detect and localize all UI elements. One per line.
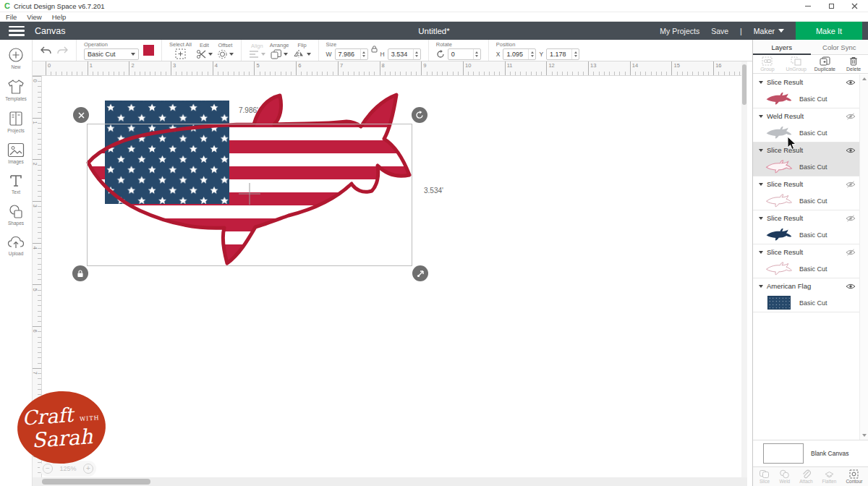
chevron-down-icon <box>131 53 135 56</box>
scroll-down-icon[interactable] <box>862 434 867 437</box>
eye-icon[interactable] <box>846 79 856 86</box>
rotate-field[interactable]: 0 <box>448 48 481 60</box>
layer-row[interactable]: Slice Result Basic Cut <box>753 244 860 278</box>
operation-select[interactable]: Basic Cut <box>84 48 139 60</box>
width-stepper[interactable] <box>360 49 367 59</box>
menu-help[interactable]: Help <box>52 13 67 21</box>
align-icon[interactable] <box>249 50 265 59</box>
color-swatch[interactable] <box>143 45 154 56</box>
redo-icon[interactable] <box>56 46 69 56</box>
close-icon[interactable] <box>851 2 858 9</box>
sidebar-item-shapes[interactable]: Shapes <box>8 204 24 226</box>
tab-color-sync[interactable]: Color Sync <box>811 40 868 54</box>
save-link[interactable]: Save <box>711 27 728 35</box>
sidebar-item-projects[interactable]: Projects <box>7 111 24 133</box>
layer-sublayer[interactable]: Basic Cut <box>753 260 860 278</box>
chevron-down-icon[interactable] <box>759 217 763 220</box>
eye-icon[interactable] <box>846 113 856 120</box>
text-icon <box>9 174 23 188</box>
layer-row[interactable]: Weld Result Basic Cut <box>753 108 860 142</box>
layer-sublayer[interactable]: Basic Cut <box>753 90 860 108</box>
attach-button[interactable]: Attach <box>799 469 812 484</box>
chevron-down-icon[interactable] <box>759 285 763 288</box>
position-y-stepper[interactable] <box>571 49 579 59</box>
contour-button[interactable]: Contour <box>846 469 862 484</box>
layer-sublayer[interactable]: Basic Cut <box>753 124 860 142</box>
layer-row[interactable]: American Flag Basic Cut <box>753 278 860 312</box>
ungroup-button[interactable]: UnGroup <box>782 55 811 73</box>
hamburger-menu-icon[interactable] <box>9 26 25 36</box>
trash-icon <box>849 56 858 66</box>
arrange-icon[interactable] <box>271 49 288 59</box>
new-plus-icon <box>8 47 24 63</box>
menu-file[interactable]: File <box>6 13 17 21</box>
eye-icon[interactable] <box>846 249 856 256</box>
undo-icon[interactable] <box>40 46 52 56</box>
select-all-icon[interactable] <box>175 48 186 59</box>
lock-handle[interactable] <box>72 265 88 281</box>
tab-layers[interactable]: Layers <box>753 40 811 54</box>
layer-thumbnail <box>765 262 793 276</box>
layer-sublayer[interactable]: Basic Cut <box>753 158 860 176</box>
menu-view[interactable]: View <box>27 13 41 21</box>
sidebar-item-templates[interactable]: Templates <box>5 79 27 101</box>
resize-handle[interactable] <box>412 265 428 281</box>
eye-icon[interactable] <box>846 181 856 188</box>
zoom-in-icon[interactable]: + <box>83 464 93 474</box>
rotate-handle[interactable] <box>412 107 427 123</box>
canvas-vertical-scrollbar[interactable] <box>741 61 747 477</box>
sidebar-item-images[interactable]: Images <box>7 142 25 164</box>
height-field[interactable]: 3.534 <box>388 48 421 60</box>
eye-icon[interactable] <box>846 147 856 154</box>
chevron-down-icon[interactable] <box>759 115 763 118</box>
offset-icon[interactable] <box>217 49 234 59</box>
canvas-horizontal-scrollbar[interactable] <box>33 477 747 486</box>
layer-sublayer[interactable]: Basic Cut <box>753 192 860 210</box>
chevron-down-icon[interactable] <box>759 183 763 186</box>
sidebar-item-new[interactable]: New <box>8 47 24 69</box>
blank-canvas-row[interactable]: Blank Canvas <box>753 440 868 466</box>
maximize-icon[interactable] <box>827 2 835 9</box>
slice-icon <box>759 469 770 479</box>
chevron-down-icon[interactable] <box>759 149 763 152</box>
scroll-up-icon[interactable] <box>862 77 867 80</box>
minimize-icon[interactable] <box>804 2 812 9</box>
selection-bounding-box[interactable] <box>87 124 412 266</box>
sidebar-item-upload[interactable]: Upload <box>7 235 25 256</box>
flip-icon[interactable] <box>294 49 311 59</box>
weld-icon <box>779 469 790 479</box>
tshirt-icon <box>7 79 25 95</box>
sidebar-item-text[interactable]: Text <box>9 174 23 195</box>
position-x-field[interactable]: 1.095 <box>503 48 536 60</box>
flatten-button[interactable]: Flatten <box>822 469 837 484</box>
size-lock-icon[interactable] <box>371 46 378 53</box>
rotate-stepper[interactable] <box>473 49 480 59</box>
chevron-down-icon[interactable] <box>759 251 763 254</box>
layer-sublayer[interactable]: Basic Cut <box>753 226 860 244</box>
chevron-down-icon[interactable] <box>759 81 763 84</box>
delete-handle[interactable] <box>73 107 89 123</box>
delete-button[interactable]: Delete <box>839 55 868 73</box>
layer-row[interactable]: Slice Result Basic Cut <box>753 210 860 244</box>
layer-row[interactable]: Slice Result Basic Cut <box>753 74 860 108</box>
slice-button[interactable]: Slice <box>759 469 770 484</box>
layer-row[interactable]: Slice Result Basic Cut <box>753 176 860 210</box>
layers-scrollbar[interactable] <box>859 74 868 440</box>
height-stepper[interactable] <box>413 49 420 59</box>
zoom-out-icon[interactable]: − <box>43 464 53 474</box>
machine-select[interactable]: Maker <box>754 27 784 35</box>
duplicate-button[interactable]: Duplicate <box>811 55 840 73</box>
layer-row[interactable]: Slice Result Basic Cut <box>753 142 860 176</box>
menu-bar: File View Help <box>0 12 868 22</box>
group-button[interactable]: Group <box>753 55 782 73</box>
weld-button[interactable]: Weld <box>779 469 790 484</box>
position-x-stepper[interactable] <box>528 49 535 59</box>
position-y-field[interactable]: 1.178 <box>546 48 579 60</box>
eye-icon[interactable] <box>846 215 856 222</box>
edit-scissors-icon[interactable] <box>196 49 213 59</box>
layer-sublayer[interactable]: Basic Cut <box>753 294 860 312</box>
make-it-button[interactable]: Make It <box>796 22 862 40</box>
eye-icon[interactable] <box>846 283 856 290</box>
my-projects-link[interactable]: My Projects <box>660 27 699 35</box>
width-field[interactable]: 7.986 <box>335 48 368 60</box>
